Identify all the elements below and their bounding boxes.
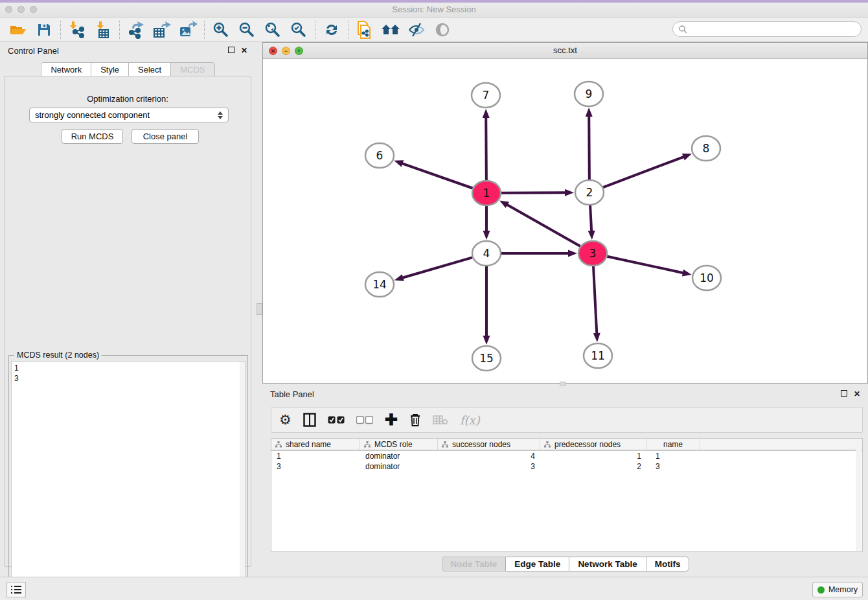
graph-node-11[interactable]: 11 — [584, 343, 612, 368]
graph-node-10[interactable]: 10 — [692, 266, 721, 290]
table-column-header[interactable]: successor nodes — [438, 439, 540, 450]
graph-edge-2-3[interactable] — [590, 205, 591, 232]
tab-select[interactable]: Select — [128, 62, 171, 77]
table-scrollbar[interactable] — [856, 439, 862, 551]
table-column-header[interactable]: name — [646, 439, 700, 450]
import-network-icon — [68, 21, 86, 39]
save-session-button[interactable] — [31, 19, 57, 41]
tab-style[interactable]: Style — [91, 62, 129, 77]
hide-selected-button[interactable] — [404, 19, 429, 41]
close-mcds-panel-button[interactable]: Close panel — [131, 129, 199, 144]
graph-node-9[interactable]: 9 — [575, 82, 603, 106]
import-table-button[interactable] — [90, 19, 116, 41]
search-input[interactable] — [687, 25, 861, 34]
function-builder-button[interactable]: f(x) — [460, 410, 480, 430]
vertical-splitter-handle[interactable] — [257, 303, 262, 315]
run-mcds-button[interactable]: Run MCDS — [62, 129, 123, 144]
select-all-button[interactable] — [328, 410, 345, 430]
edge-arrowhead — [568, 250, 577, 257]
toolbar-separator — [204, 21, 205, 39]
graph-node-1[interactable]: 1 — [472, 181, 501, 205]
svg-text:11: 11 — [591, 349, 605, 362]
graph-node-7[interactable]: 7 — [472, 83, 500, 108]
float-table-panel-button[interactable] — [841, 390, 847, 398]
svg-text:9: 9 — [586, 87, 593, 100]
tab-network[interactable]: Network — [41, 62, 91, 77]
zoom-in-button[interactable] — [208, 19, 234, 41]
graph-edge-1-2[interactable] — [501, 192, 566, 193]
control-tabs: NetworkStyleSelectMCDS — [0, 62, 255, 77]
refresh-layout-button[interactable] — [319, 19, 345, 41]
mcds-result-list[interactable]: 1 3 — [11, 361, 246, 595]
graph-edge-2-9[interactable] — [589, 115, 589, 179]
network-canvas[interactable]: 7968124314101511 — [263, 59, 867, 383]
import-network-button[interactable] — [64, 19, 90, 41]
show-columns-button[interactable] — [303, 410, 316, 430]
deselect-all-button[interactable] — [356, 410, 373, 430]
network-close-button[interactable]: ✕ — [269, 47, 277, 55]
zoom-fit-icon — [264, 21, 281, 38]
clone-network-button[interactable] — [352, 19, 378, 41]
tab-motifs[interactable]: Motifs — [646, 557, 690, 571]
mcds-result-title: MCDS result (2 nodes) — [14, 351, 102, 360]
tab-mcds[interactable]: MCDS — [170, 62, 214, 77]
result-scrollbar[interactable] — [240, 362, 245, 595]
graph-edge-3-10[interactable] — [607, 257, 684, 273]
close-table-panel-button[interactable]: ✕ — [854, 390, 860, 398]
zoom-selected-button[interactable] — [286, 19, 312, 41]
tab-node-table[interactable]: Node Table — [442, 557, 507, 571]
graph-node-3[interactable]: 3 — [578, 241, 607, 266]
graph-edge-1-6[interactable] — [402, 163, 473, 189]
table-column-header[interactable]: predecessor nodes — [540, 439, 646, 450]
export-table-button[interactable] — [149, 19, 175, 41]
graph-node-2[interactable]: 2 — [575, 180, 604, 205]
export-network-icon — [127, 21, 145, 39]
graph-edge-1-7[interactable] — [486, 117, 486, 180]
graph-node-4[interactable]: 4 — [472, 241, 501, 266]
graph-node-14[interactable]: 14 — [365, 272, 394, 297]
memory-label: Memory — [828, 585, 858, 594]
zoom-out-button[interactable] — [234, 19, 260, 41]
first-neighbors-button[interactable] — [378, 19, 404, 41]
network-minimize-button[interactable]: − — [282, 47, 290, 55]
table-row[interactable]: 3dominator323 — [271, 461, 862, 472]
export-network-button[interactable] — [123, 19, 149, 41]
criterion-dropdown[interactable]: strongly connected component — [29, 108, 229, 122]
graph-edge-3-1[interactable] — [507, 204, 580, 246]
show-all-button[interactable] — [429, 19, 455, 41]
column-header-shared-name: shared name — [286, 440, 331, 449]
memory-button[interactable]: Memory — [812, 582, 863, 597]
float-panel-button[interactable] — [228, 47, 234, 54]
tab-network-table[interactable]: Network Table — [569, 557, 646, 571]
table-column-header[interactable]: MCDS role — [360, 439, 438, 450]
zoom-window-button[interactable] — [30, 6, 37, 13]
column-type-icon — [442, 441, 448, 448]
table-row[interactable]: 1dominator411 — [271, 451, 862, 461]
network-titlebar[interactable]: ✕ − + scc.txt — [263, 43, 867, 59]
mcds-result-groupbox: MCDS result (2 nodes) 1 3 — [8, 355, 248, 598]
delete-column-button[interactable] — [433, 410, 448, 430]
add-row-button[interactable]: ✚ — [385, 410, 398, 430]
graph-node-8[interactable]: 8 — [692, 136, 720, 161]
graph-edge-4-14[interactable] — [402, 257, 472, 278]
export-image-button[interactable] — [175, 19, 201, 41]
edge-arrowhead — [394, 274, 404, 281]
close-panel-button[interactable]: ✕ — [241, 47, 247, 54]
save-floppy-icon — [36, 22, 52, 38]
search-box[interactable] — [672, 21, 862, 37]
export-image-icon — [178, 21, 198, 39]
graph-node-15[interactable]: 15 — [472, 346, 501, 371]
delete-row-button[interactable] — [409, 410, 421, 430]
zoom-fit-button[interactable] — [260, 19, 286, 41]
graph-edge-3-11[interactable] — [593, 266, 597, 334]
table-column-header[interactable]: shared name — [271, 439, 360, 450]
graph-node-6[interactable]: 6 — [365, 143, 394, 168]
close-window-button[interactable] — [5, 6, 12, 13]
network-maximize-button[interactable]: + — [295, 47, 303, 55]
minimize-window-button[interactable] — [17, 6, 25, 13]
open-session-button[interactable] — [5, 19, 31, 41]
tab-edge-table[interactable]: Edge Table — [505, 557, 569, 571]
task-history-button[interactable] — [6, 582, 26, 597]
graph-edge-2-8[interactable] — [603, 157, 685, 187]
table-settings-button[interactable]: ⚙ — [279, 410, 291, 430]
